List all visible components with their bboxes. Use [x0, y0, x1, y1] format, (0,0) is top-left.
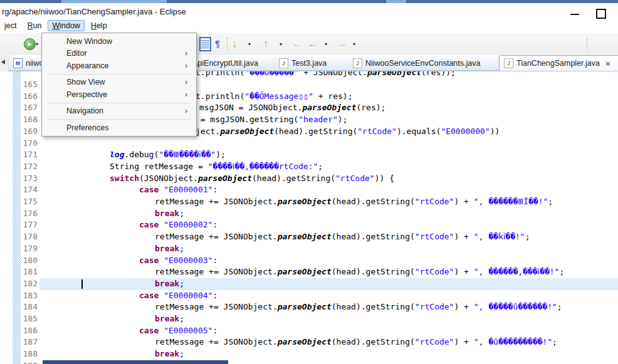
code-text: t.println("��ÖMessage▯▯" + res);: [196, 91, 352, 103]
code-line-175: 175retMessage += JSONObject.parseObject(…: [0, 196, 618, 208]
back-dropdown-icon[interactable]: ▾: [325, 37, 327, 51]
line-number[interactable]: 189: [19, 360, 38, 364]
code-text: log.debug("��Ⅲ����ⅰ��");: [110, 149, 226, 161]
line-number[interactable]: 184: [19, 301, 38, 313]
code-text: case "E0000001":: [139, 184, 217, 196]
code-line-172: 172String retMessage = "����ⅰ��,������rt…: [0, 161, 618, 173]
code-text: retMessage += JSONObject.parseObject(hea…: [155, 266, 564, 278]
edit-location-dropdown-icon[interactable]: ▾: [280, 37, 282, 51]
line-number[interactable]: 168: [19, 114, 38, 126]
manifest-file-icon: M: [13, 58, 23, 68]
editor-tab-tianchengsampler-java[interactable]: JTianChengSampler.java×: [499, 55, 618, 71]
code-text: String retMessage = "����ⅰ��,������rtCod…: [110, 161, 323, 173]
code-line-177: 177case "E0000002":: [0, 219, 618, 231]
collapsed-view-arrow-icon: [1, 60, 5, 65]
bottom-view-bar: [43, 360, 228, 364]
eclipse-window: { "colors": { "keyword": "#7f0055", "str…: [0, 0, 618, 364]
line-number[interactable]: 171: [19, 149, 38, 161]
edit-location-dropdown-icon[interactable]: ▾: [248, 37, 251, 51]
menubar: jectRunWindowHelp: [0, 20, 618, 33]
line-number[interactable]: 173: [19, 173, 38, 185]
menubar-item-run[interactable]: Run: [23, 20, 46, 31]
code-text: case "E0000003":: [139, 255, 217, 267]
previous-edit-location-icon[interactable]: ↑: [263, 37, 268, 51]
last-edit-location-icon[interactable]: ↓: [232, 37, 237, 51]
line-number[interactable]: 186: [19, 325, 38, 337]
line-number[interactable]: 177: [19, 219, 38, 231]
open-element-icon[interactable]: [199, 37, 211, 51]
current-line-highlight: [39, 278, 618, 290]
line-number[interactable]: 176: [19, 208, 38, 220]
menu-item-show-view[interactable]: Show View›: [43, 76, 196, 89]
line-number[interactable]: 179: [19, 243, 38, 255]
forward-dropdown-icon[interactable]: ▾: [353, 37, 355, 51]
line-number[interactable]: 170: [19, 138, 38, 150]
code-text: t.println("���Ö�����" + JSONObject.parse…: [196, 71, 456, 79]
menu-separator: [48, 103, 191, 103]
code-text: ject.parseObject(head).getString("rtCode…: [196, 126, 500, 138]
line-number[interactable]: 174: [19, 184, 38, 196]
line-number[interactable]: 169: [19, 126, 38, 138]
window-menu-dropdown: New WindowEditor›Appearance›Show View›Pe…: [41, 33, 197, 137]
line-number[interactable]: 172: [19, 161, 38, 173]
toolbar-separator: [227, 37, 228, 51]
tab-close-icon[interactable]: ×: [605, 59, 610, 68]
menu-item-preferences[interactable]: Preferences: [43, 122, 196, 134]
line-number[interactable]: 178: [19, 231, 38, 243]
line-number[interactable]: 187: [19, 336, 38, 348]
menu-item-new-window[interactable]: New Window: [43, 35, 196, 48]
menu-item-appearance[interactable]: Appearance›: [43, 60, 196, 72]
run-icon[interactable]: ▶: [24, 37, 36, 51]
toolbar-separator: [587, 38, 587, 50]
line-number[interactable]: 167: [19, 102, 38, 114]
text-caret: [81, 279, 83, 289]
window-title: rg/apache/niiwoo/TianChengSampler.java -…: [2, 7, 186, 16]
menu-item-perspective[interactable]: Perspective›: [43, 88, 196, 101]
maximize-button[interactable]: [596, 9, 606, 19]
java-file-icon: J: [504, 58, 513, 68]
submenu-arrow-icon: ›: [185, 107, 187, 115]
line-number[interactable]: 185: [19, 313, 38, 325]
show-whitespace-icon[interactable]: ¶: [215, 37, 220, 51]
run-dropdown-icon[interactable]: ▾: [36, 37, 38, 51]
code-line-179: 179break;: [0, 243, 618, 255]
menu-item-navigation[interactable]: Navigation›: [43, 105, 196, 118]
line-number[interactable]: 181: [19, 266, 38, 278]
line-number[interactable]: 188: [19, 348, 38, 360]
code-text: case "E0000005":: [139, 325, 217, 337]
line-number[interactable]: 166: [19, 91, 38, 103]
menubar-item-window[interactable]: Window: [48, 20, 84, 31]
menu-item-editor[interactable]: Editor›: [43, 48, 196, 60]
line-number[interactable]: 180: [19, 255, 38, 267]
back-disabled-icon[interactable]: ←: [292, 37, 302, 51]
code-text: case "E0000002":: [139, 219, 217, 231]
code-line-176: 176break;: [0, 208, 618, 220]
line-number[interactable]: 165: [19, 79, 38, 91]
code-text: break;: [155, 313, 184, 325]
back-icon[interactable]: ←: [308, 37, 318, 51]
code-line-178: 178retMessage += JSONObject.parseObject(…: [0, 231, 618, 243]
code-line-187: 187retMessage += JSONObject.parseObject(…: [0, 336, 618, 348]
code-line-186: 186case "E0000005":: [0, 325, 618, 337]
line-number[interactable]: 175: [19, 196, 38, 208]
menubar-item-help[interactable]: Help: [86, 20, 112, 31]
submenu-arrow-icon: ›: [185, 49, 187, 58]
menubar-item-project[interactable]: ject: [0, 20, 21, 31]
forward-icon[interactable]: →: [337, 37, 347, 51]
tab-label: Test3.java: [291, 59, 327, 68]
tab-label: TianChengSampler.java: [516, 59, 600, 68]
minimize-button[interactable]: [570, 14, 579, 15]
code-line-171: 171log.debug("��Ⅲ����ⅰ��");: [0, 149, 618, 161]
menu-separator: [48, 74, 191, 75]
code-line-173: 173switch(JSONObject.parseObject(head).g…: [0, 173, 618, 185]
code-text: break;: [155, 278, 184, 290]
editor-tab-test3-java[interactable]: JTest3.java: [275, 56, 356, 70]
submenu-arrow-icon: ›: [185, 78, 187, 86]
code-line-174: 174case "E0000001":: [0, 184, 618, 196]
title-bar: rg/apache/niiwoo/TianChengSampler.java -…: [0, 3, 618, 20]
code-line-181: 181retMessage += JSONObject.parseObject(…: [0, 266, 618, 278]
line-number[interactable]: 183: [19, 290, 38, 302]
code-text: case "E0000004":: [139, 290, 217, 302]
line-number[interactable]: 182: [19, 278, 38, 290]
editor-tab-niiwooserviceenvconstants-java[interactable]: JNiiwooServiceEnvConstants.java: [348, 56, 505, 70]
